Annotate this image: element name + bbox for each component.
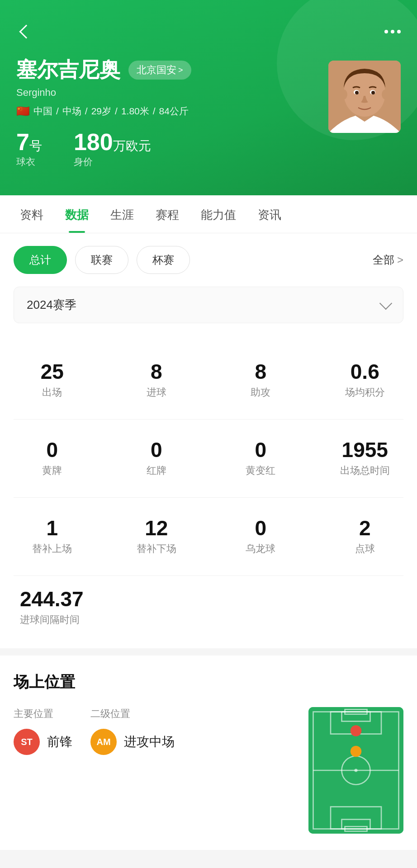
stat-sub-in-value: 1 — [46, 518, 58, 538]
stat-avg-score-value: 0.6 — [351, 361, 379, 382]
svg-point-7 — [340, 90, 347, 99]
special-stat-section: 244.37 进球间隔时间 — [0, 576, 417, 639]
meta-separator: / — [56, 106, 59, 117]
primary-position-name: 前锋 — [47, 733, 72, 750]
filter-all-chevron-icon: > — [397, 254, 403, 266]
stat-goals: 8 进球 — [104, 350, 209, 410]
position: 中场 — [62, 105, 81, 118]
tabs-bar: 资料 数据 生涯 赛程 能力值 资讯 — [0, 195, 417, 233]
season-label: 2024赛季 — [27, 297, 76, 313]
stat-own-goals: 0 乌龙球 — [208, 507, 313, 566]
svg-point-20 — [351, 725, 362, 736]
nationality: 中国 — [33, 105, 52, 118]
stat-red: 0 红牌 — [104, 429, 209, 488]
jersey-stat: 7号 球衣 — [16, 130, 42, 168]
market-stat: 180万欧元 身价 — [74, 130, 151, 168]
svg-point-5 — [355, 91, 359, 94]
section-divider — [0, 648, 417, 656]
filter-total[interactable]: 总计 — [14, 246, 67, 274]
stat-own-goals-value: 0 — [255, 518, 266, 538]
hero-info: 塞尔吉尼奥 北京国安 > Serginho 🇨🇳 中国 / 中场 / 29岁 /… — [16, 56, 328, 168]
season-selector[interactable]: 2024赛季 — [14, 287, 403, 323]
team-chevron-icon: > — [178, 66, 183, 75]
jersey-type-label: 球衣 — [16, 156, 42, 168]
team-badge[interactable]: 北京国安 > — [128, 61, 191, 80]
chevron-down-icon — [379, 297, 392, 309]
stat-yellow-value: 0 — [46, 439, 58, 460]
stat-avg-score: 0.6 场均积分 — [313, 350, 417, 410]
position-cols: 主要位置 ST 前锋 二级位置 AM 进攻中场 — [14, 707, 299, 766]
stat-yellow: 0 黄牌 — [0, 429, 104, 488]
stat-yellow-red: 0 黄变红 — [208, 429, 313, 488]
secondary-position-badge: AM — [90, 729, 117, 755]
jersey-num-label: 号 — [29, 139, 42, 153]
stat-own-goals-label: 乌龙球 — [246, 542, 275, 556]
avatar — [328, 61, 401, 133]
tab-shengya[interactable]: 生涯 — [100, 195, 145, 233]
stats-row-1: 25 出场 8 进球 8 助攻 0.6 场均积分 — [0, 341, 417, 419]
stat-assists-value: 8 — [255, 361, 266, 382]
tab-shuju[interactable]: 数据 — [54, 195, 100, 233]
hero-meta: 🇨🇳 中国 / 中场 / 29岁 / 1.80米 / 84公斤 — [16, 105, 328, 118]
position-content: 主要位置 ST 前锋 二级位置 AM 进攻中场 — [14, 707, 403, 834]
secondary-label: 二级位置 — [90, 707, 175, 721]
svg-point-13 — [355, 769, 358, 772]
back-arrow-icon — [19, 24, 33, 38]
stats-row-2: 0 黄牌 0 红牌 0 黄变红 1955 出场总时间 — [0, 420, 417, 497]
jersey-number: 7 — [16, 129, 29, 155]
svg-point-6 — [371, 91, 375, 94]
primary-label: 主要位置 — [14, 707, 72, 721]
stat-avg-score-label: 场均积分 — [345, 386, 385, 399]
stat-assists-label: 助攻 — [251, 386, 270, 399]
stat-sub-out: 12 替补下场 — [104, 507, 209, 566]
primary-position-badge: ST — [14, 729, 40, 755]
hero-content: 塞尔吉尼奥 北京国安 > Serginho 🇨🇳 中国 / 中场 / 29岁 /… — [16, 56, 401, 168]
tab-nenglizhi[interactable]: 能力值 — [190, 195, 247, 233]
filter-cup[interactable]: 杯赛 — [137, 246, 190, 274]
primary-position-item: ST 前锋 — [14, 729, 72, 755]
tab-zixun[interactable]: 资讯 — [247, 195, 292, 233]
svg-point-21 — [351, 746, 362, 757]
stat-goals-label: 进球 — [147, 386, 166, 399]
more-button[interactable] — [384, 30, 401, 33]
meta-separator: / — [115, 106, 118, 117]
stat-sub-out-value: 12 — [145, 518, 168, 538]
hero-name-row: 塞尔吉尼奥 北京国安 > — [16, 56, 328, 84]
special-stat-label: 进球间隔时间 — [20, 613, 397, 627]
team-name: 北京国安 — [137, 63, 176, 77]
flag-icon: 🇨🇳 — [16, 105, 30, 118]
weight: 84公斤 — [159, 105, 189, 118]
stats-section: 25 出场 8 进球 8 助攻 0.6 场均积分 0 黄牌 — [0, 332, 417, 648]
filter-row: 总计 联赛 杯赛 全部 > — [0, 233, 417, 287]
tab-ziliao[interactable]: 资料 — [9, 195, 54, 233]
back-button[interactable] — [16, 22, 36, 42]
stat-sub-in: 1 替补上场 — [0, 507, 104, 566]
primary-position-col: 主要位置 ST 前锋 — [14, 707, 72, 766]
stat-yellow-red-value: 0 — [255, 439, 266, 460]
filter-all-button[interactable]: 全部 > — [373, 253, 403, 267]
player-name: 塞尔吉尼奥 — [16, 56, 120, 84]
secondary-position-name: 进攻中场 — [124, 733, 175, 750]
stat-red-value: 0 — [151, 439, 162, 460]
stat-total-time-label: 出场总时间 — [340, 464, 390, 477]
special-stat-value: 244.37 — [20, 589, 397, 609]
svg-point-8 — [382, 90, 389, 99]
secondary-position-item: AM 进攻中场 — [90, 729, 175, 755]
position-section: 场上位置 主要位置 ST 前锋 二级位置 AM 进攻 — [0, 656, 417, 850]
filter-league[interactable]: 联赛 — [75, 246, 128, 274]
stat-total-time-value: 1955 — [342, 439, 388, 460]
stat-penalties-label: 点球 — [355, 542, 375, 556]
dot-icon — [391, 30, 394, 33]
tab-saicheng[interactable]: 赛程 — [145, 195, 190, 233]
position-title: 场上位置 — [14, 672, 403, 693]
stat-assists: 8 助攻 — [208, 350, 313, 410]
stat-red-label: 红牌 — [147, 464, 166, 477]
secondary-position-col: 二级位置 AM 进攻中场 — [90, 707, 175, 766]
stat-total-time: 1955 出场总时间 — [313, 429, 417, 488]
stat-appearances: 25 出场 — [0, 350, 104, 410]
stat-sub-out-label: 替补下场 — [137, 542, 176, 556]
stat-goals-value: 8 — [151, 361, 162, 382]
stat-penalties: 2 点球 — [313, 507, 417, 566]
hero-section: 塞尔吉尼奥 北京国安 > Serginho 🇨🇳 中国 / 中场 / 29岁 /… — [0, 0, 417, 195]
position-list: 主要位置 ST 前锋 二级位置 AM 进攻中场 — [14, 707, 299, 766]
